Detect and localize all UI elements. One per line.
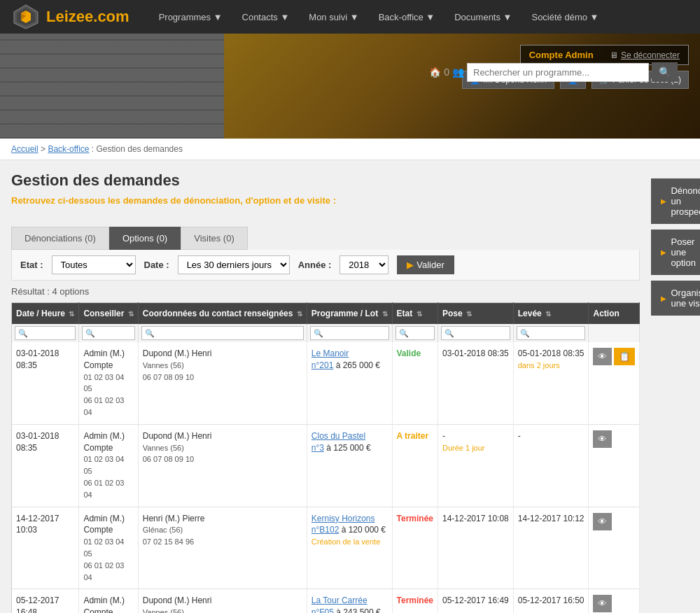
action-buttons: 👁	[593, 595, 635, 612]
table-body: 03-01-201808:35Admin (M.) Compte01 02 03…	[12, 342, 640, 613]
search-bar: 🏠 0 👥 🔍	[429, 62, 678, 82]
breadcrumb-accueil[interactable]: Accueil	[11, 144, 38, 154]
page-subtitle: Retrouvez ci-dessous les demandes de dén…	[11, 195, 640, 206]
col-pose-label: Pose	[442, 309, 463, 318]
nav-mon-suivi[interactable]: Mon suivi ▼	[300, 0, 367, 34]
date-value: 03-01-201808:35	[16, 348, 59, 370]
tab-options[interactable]: Options (0)	[109, 227, 181, 250]
col-conseiller[interactable]: Conseiller ⇅	[79, 303, 138, 325]
search-pose-input[interactable]	[441, 326, 510, 340]
date-label: Date :	[144, 260, 169, 270]
date-select[interactable]: Les 30 derniers jours Cette semaine Ce m…	[178, 255, 290, 274]
contact-phones: 07 02 15 84 96	[143, 537, 194, 546]
filters: Etat : Toutes Valide A traiter Terminée …	[11, 250, 640, 281]
creation-link[interactable]: Création de la vente	[312, 537, 380, 546]
cell-programme: La Tour Carréen°F05 à 243 500 €Création …	[307, 589, 392, 613]
breadcrumb: Accueil > Back-office : Gestion des dema…	[0, 139, 700, 160]
logo[interactable]: Leizee.com	[11, 3, 130, 30]
cell-levee: 05-01-2018 08:35dans 2 jours	[513, 342, 589, 424]
home-icon: 🏠	[429, 66, 441, 78]
tab-visites[interactable]: Visites (0)	[181, 227, 248, 250]
side-buttons: ▶ Dénoncer un prospect ▶ Poser une optio…	[651, 178, 700, 316]
account-title: Compte Admin	[529, 50, 594, 60]
cell-levee: 14-12-2017 10:12	[513, 507, 589, 589]
levee-value: 05-01-2018 08:35	[518, 348, 584, 358]
col-levee-label: Levée	[518, 309, 542, 318]
programme-link[interactable]: La Tour Carréen°F05	[312, 596, 368, 613]
col-action-label: Action	[593, 309, 619, 318]
search-programme-cell	[307, 324, 392, 342]
table-header-row: Date / Heure ⇅ Conseiller ⇅ Coordonnées …	[12, 303, 640, 325]
view-button[interactable]: 👁	[593, 430, 612, 448]
col-programme[interactable]: Programme / Lot ⇅	[307, 303, 392, 325]
levee-value: 05-12-2017 16:50	[518, 596, 584, 605]
col-action: Action	[589, 303, 640, 325]
action-buttons: 👁	[593, 430, 635, 448]
nav-societe-demo[interactable]: Société démo ▼	[523, 0, 607, 34]
result-info: Résultat : 4 options	[11, 281, 640, 302]
table-row: 03-01-201808:35Admin (M.) Compte01 02 03…	[12, 424, 640, 507]
annee-label: Année :	[298, 260, 332, 270]
cell-coordonnees: Dupond (M.) HenriVannes (56)06 07 08 09 …	[138, 342, 307, 424]
cell-etat: Terminée	[392, 589, 438, 613]
view-button[interactable]: 👁	[593, 348, 612, 365]
search-date-input[interactable]	[15, 326, 76, 340]
view-button[interactable]: 👁	[593, 595, 612, 612]
search-conseiller-cell	[79, 324, 138, 342]
etat-value: Terminée	[397, 596, 433, 605]
logo-text: Leizee.com	[46, 8, 130, 26]
col-date[interactable]: Date / Heure ⇅	[12, 303, 79, 325]
cell-action: 👁📋	[589, 342, 640, 424]
search-filter-icons: 🏠 0 👥	[429, 66, 464, 78]
view-button[interactable]: 👁	[593, 513, 612, 530]
col-coordonnees[interactable]: Coordonnées du contact renseignées ⇅	[138, 303, 307, 325]
col-pose[interactable]: Pose ⇅	[438, 303, 513, 325]
date-value: 03-01-201808:35	[16, 431, 59, 453]
search-etat-cell	[392, 324, 438, 342]
deconnect-icon: 🖥	[610, 50, 618, 60]
contact-phones: 06 07 08 09 10	[143, 373, 194, 381]
col-etat[interactable]: Etat ⇅	[392, 303, 438, 325]
tab-denonciations[interactable]: Dénonciations (0)	[11, 227, 109, 250]
etat-value: Valide	[397, 348, 421, 358]
date-value: 14-12-201710:03	[16, 514, 59, 535]
programme-link[interactable]: Clos du Pasteln°3	[312, 431, 365, 453]
denoncer-button[interactable]: ▶ Dénoncer un prospect	[651, 178, 700, 224]
hero-overlay: Compte Admin 🖥 Se déconnecter 👤 M. Dupon…	[462, 45, 689, 89]
table-row: 14-12-201710:03Admin (M.) Compte01 02 03…	[12, 507, 640, 589]
breadcrumb-backoffice[interactable]: Back-office	[48, 144, 89, 154]
deconnect-link[interactable]: Se déconnecter	[621, 50, 680, 60]
nav-items: Programmes ▼ Contacts ▼ Mon suivi ▼ Back…	[150, 0, 689, 34]
search-etat-input[interactable]	[396, 326, 435, 340]
nav-programmes[interactable]: Programmes ▼	[150, 0, 231, 34]
col-levee[interactable]: Levée ⇅	[513, 303, 589, 325]
people-icon: 👥	[452, 66, 464, 78]
programme-link[interactable]: Kernisy Horizonsn°B102	[312, 514, 375, 535]
cell-action: 👁	[589, 424, 640, 507]
search-conseiller-input[interactable]	[82, 326, 134, 340]
table-row: 03-01-201808:35Admin (M.) Compte01 02 03…	[12, 342, 640, 424]
search-levee-input[interactable]	[517, 326, 586, 340]
search-button[interactable]: 🔍	[652, 62, 678, 82]
organiser-visite-button[interactable]: ▶ Organiser une visite	[651, 281, 700, 316]
search-coordonnees-input[interactable]	[141, 326, 304, 340]
search-input[interactable]	[467, 63, 649, 82]
cell-conseiller: Admin (M.) Compte01 02 03 04 0506 01 02 …	[79, 424, 138, 507]
programme-link[interactable]: Le Manoirn°201	[312, 348, 349, 370]
validate-button[interactable]: ▶ Valider	[397, 255, 454, 274]
etat-select[interactable]: Toutes Valide A traiter Terminée	[52, 255, 136, 274]
cell-levee: -	[513, 424, 589, 507]
file-button[interactable]: 📋	[614, 348, 635, 365]
nav-back-office[interactable]: Back-office ▼	[370, 0, 444, 34]
etat-value: Terminée	[397, 514, 433, 523]
nav-contacts[interactable]: Contacts ▼	[234, 0, 298, 34]
pose-value: -	[442, 431, 445, 441]
annee-select[interactable]: 2018 2017 2016	[340, 255, 388, 274]
sort-levee-icon: ⇅	[545, 310, 551, 318]
poser-option-button[interactable]: ▶ Poser une option	[651, 230, 700, 275]
levee-value: -	[518, 431, 521, 441]
nav-documents[interactable]: Documents ▼	[446, 0, 520, 34]
cell-date: 03-01-201808:35	[12, 342, 79, 424]
search-programme-input[interactable]	[310, 326, 389, 340]
content-left: Gestion des demandes Retrouvez ci-dessou…	[11, 171, 640, 613]
